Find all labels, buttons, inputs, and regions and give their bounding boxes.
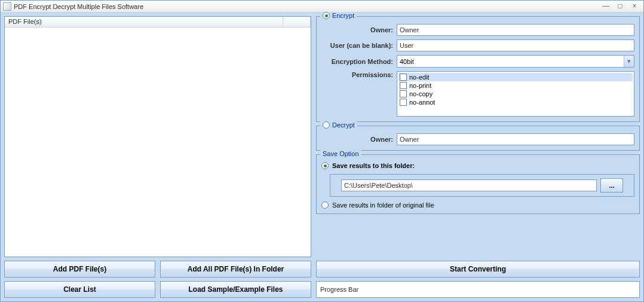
perm-no-annot-label: no-annot: [409, 99, 435, 106]
permissions-list[interactable]: no-edit no-print no-copy: [397, 71, 634, 117]
browse-button[interactable]: ...: [600, 178, 623, 193]
encrypt-method-label: Encryption Method:: [321, 58, 397, 65]
save-to-folder-radio[interactable]: [321, 162, 329, 169]
right-column: Encrypt Owner: User (can be blank): Encr…: [316, 16, 640, 257]
file-list-header: PDF File(s): [5, 17, 311, 28]
top-area: PDF File(s) Encrypt Owner:: [4, 16, 640, 257]
save-to-folder-option[interactable]: Save results to this folder:: [321, 162, 634, 169]
file-list[interactable]: PDF File(s): [4, 16, 311, 257]
load-sample-button[interactable]: Load Sample/Example Files: [160, 281, 311, 298]
progress-text: Progress Bar: [320, 286, 358, 293]
perm-no-annot[interactable]: no-annot: [398, 98, 633, 106]
encrypt-group: Encrypt Owner: User (can be blank): Encr…: [316, 16, 640, 122]
perm-no-print[interactable]: no-print: [398, 81, 633, 90]
perm-no-print-label: no-print: [409, 82, 431, 89]
clear-list-button[interactable]: Clear List: [4, 281, 155, 298]
decrypt-legend-label: Decrypt: [332, 121, 355, 129]
app-icon: [3, 2, 11, 11]
encrypt-user-input[interactable]: [397, 39, 634, 51]
bottom-rows: Add PDF File(s) Add All PDF File(s) In F…: [4, 261, 640, 298]
decrypt-group: Decrypt Owner:: [316, 126, 640, 151]
encrypt-user-label: User (can be blank):: [321, 42, 397, 49]
decrypt-legend[interactable]: Decrypt: [320, 121, 357, 129]
encrypt-perm-label: Permissions:: [321, 71, 397, 78]
save-to-folder-label: Save results to this folder:: [332, 162, 415, 169]
file-list-column-header[interactable]: PDF File(s): [5, 17, 283, 27]
save-option-group: Save Option Save results to this folder:…: [316, 154, 640, 214]
save-path-input[interactable]: [341, 179, 597, 191]
perm-no-annot-checkbox[interactable]: [400, 99, 407, 106]
chevron-down-icon: ▾: [624, 56, 634, 67]
save-path-wrap: ...: [330, 174, 634, 197]
left-column: PDF File(s): [4, 16, 311, 257]
perm-no-copy[interactable]: no-copy: [398, 90, 633, 98]
perm-no-print-checkbox[interactable]: [400, 82, 407, 89]
window-title: PDF Encrypt Decrypt Multiple Files Softw…: [14, 3, 598, 10]
save-original-radio[interactable]: [321, 202, 329, 209]
encrypt-owner-input[interactable]: [397, 24, 634, 36]
encrypt-radio[interactable]: [323, 12, 330, 19]
save-original-label: Save results in folder of original file: [332, 202, 434, 209]
titlebar: PDF Encrypt Decrypt Multiple Files Softw…: [1, 1, 643, 13]
add-pdf-files-button[interactable]: Add PDF File(s): [4, 261, 155, 277]
perm-no-copy-checkbox[interactable]: [400, 90, 407, 97]
decrypt-owner-input[interactable]: [397, 133, 634, 145]
perm-no-edit[interactable]: no-edit: [398, 73, 633, 81]
save-original-option[interactable]: Save results in folder of original file: [321, 202, 634, 209]
decrypt-radio[interactable]: [323, 121, 330, 129]
file-list-column-spacer: [283, 17, 311, 27]
save-legend-label: Save Option: [323, 150, 359, 157]
maximize-button[interactable]: □: [614, 2, 627, 11]
close-button[interactable]: ×: [628, 2, 641, 11]
perm-no-edit-label: no-edit: [409, 74, 430, 81]
encrypt-method-value: 40bit: [397, 58, 624, 65]
add-all-pdf-folder-button[interactable]: Add All PDF File(s) In Folder: [160, 261, 311, 277]
button-row-1: Add PDF File(s) Add All PDF File(s) In F…: [4, 261, 640, 277]
start-converting-button[interactable]: Start Converting: [316, 261, 640, 277]
encrypt-legend-label: Encrypt: [332, 12, 354, 19]
save-legend: Save Option: [320, 150, 361, 157]
progress-bar: Progress Bar: [316, 281, 640, 298]
minimize-button[interactable]: —: [599, 2, 612, 11]
encrypt-legend[interactable]: Encrypt: [320, 12, 357, 19]
encrypt-method-combo[interactable]: 40bit ▾: [397, 55, 634, 68]
perm-no-copy-label: no-copy: [409, 90, 433, 97]
decrypt-owner-label: Owner:: [321, 136, 397, 143]
app-window: PDF Encrypt Decrypt Multiple Files Softw…: [0, 0, 644, 302]
client-area: PDF File(s) Encrypt Owner:: [1, 13, 643, 301]
perm-no-edit-checkbox[interactable]: [400, 74, 407, 81]
button-row-2: Clear List Load Sample/Example Files Pro…: [4, 281, 640, 298]
encrypt-owner-label: Owner:: [321, 26, 397, 33]
